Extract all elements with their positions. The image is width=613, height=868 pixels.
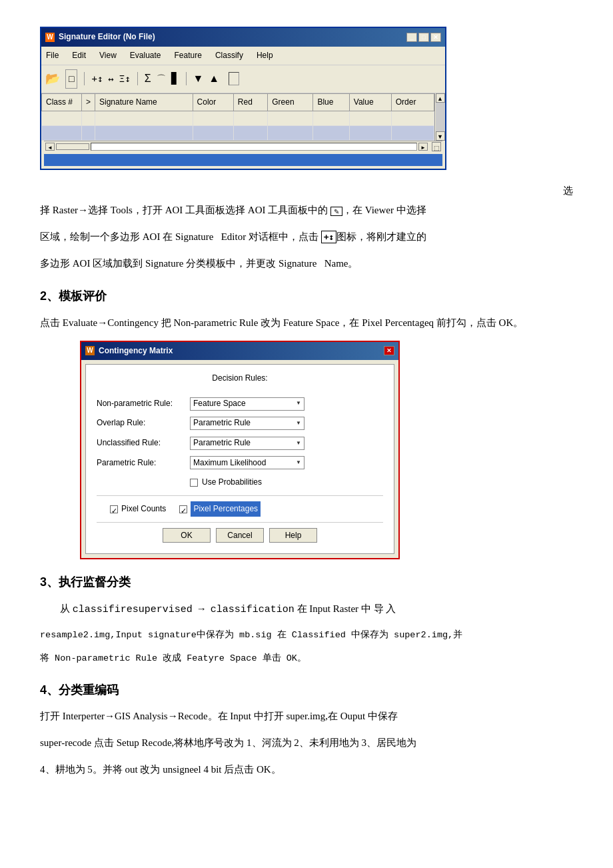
hscroll-left-btn[interactable]: ◄ bbox=[45, 143, 55, 151]
divider2 bbox=[97, 522, 383, 523]
parametric-label: Parametric Rule: bbox=[97, 456, 190, 471]
scroll-down-btn[interactable]: ▼ bbox=[436, 131, 445, 141]
section4-text2: super-recode 点击 Setup Recode,将林地序号改为 1、河… bbox=[40, 733, 573, 753]
unclassified-row: Unclassified Rule: Parametric Rule ▼ bbox=[97, 436, 383, 451]
pixel-percentages-item: Pixel Percentages bbox=[179, 501, 261, 517]
open-icon[interactable]: 📂 bbox=[45, 68, 60, 89]
contingency-close-button[interactable]: ✕ bbox=[384, 346, 394, 355]
parametric-row: Parametric Rule: Maximum Likelihood ▼ bbox=[97, 456, 383, 471]
col-header-blue: Blue bbox=[313, 93, 349, 111]
overlap-value: Parametric Rule bbox=[193, 416, 251, 431]
add-row-icon[interactable]: +↕ bbox=[91, 71, 103, 87]
chart-icon[interactable]: ▋ bbox=[171, 69, 179, 89]
menu-help[interactable]: Help bbox=[255, 48, 275, 64]
up-arrow-icon[interactable]: ▲ bbox=[209, 69, 219, 89]
parametric-value: Maximum Likelihood bbox=[193, 456, 266, 471]
hscroll-thumb[interactable] bbox=[56, 143, 89, 150]
pixel-counts-checkbox[interactable] bbox=[110, 505, 118, 513]
col-header-red: Red bbox=[233, 93, 267, 111]
new-icon[interactable]: □ bbox=[65, 69, 77, 89]
unclassified-label: Unclassified Rule: bbox=[97, 436, 190, 451]
hscroll-right-btn[interactable]: ► bbox=[418, 143, 428, 151]
maximize-button[interactable]: □ bbox=[418, 33, 429, 42]
section2-text: 点击 Evaluate→Contingency 把 Non-parametric… bbox=[40, 313, 573, 333]
button-row: OK Cancel Help bbox=[97, 528, 383, 543]
pixel-percentages-checkbox[interactable] bbox=[179, 505, 187, 513]
window-title: Signature Editor (No File) bbox=[59, 30, 155, 45]
menu-edit[interactable]: Edit bbox=[70, 48, 88, 64]
section2-heading: 2、模板评价 bbox=[40, 285, 573, 307]
menu-view[interactable]: View bbox=[97, 48, 119, 64]
pixel-counts-label: Pixel Counts bbox=[121, 502, 166, 517]
signature-editor-window: W Signature Editor (No File) _ □ ✕ File … bbox=[40, 27, 446, 170]
add-icon: +↕ bbox=[321, 231, 337, 243]
ok-button[interactable]: OK bbox=[163, 528, 211, 543]
section4-text3: 4、耕地为 5。并将 out 改为 unsigneel 4 bit 后点击 OK… bbox=[40, 759, 573, 779]
contingency-body: Decision Rules: Non-parametric Rule: Fea… bbox=[85, 364, 394, 554]
scroll-up-btn[interactable] bbox=[229, 72, 239, 85]
parametric-select[interactable]: Maximum Likelihood ▼ bbox=[190, 456, 305, 469]
aoi-icon: ✎ bbox=[330, 207, 342, 216]
use-probabilities-label: Use Probabilities bbox=[202, 475, 262, 490]
non-parametric-row: Non-parametric Rule: Feature Space ▼ bbox=[97, 397, 383, 411]
section4-text1: 打开 Interperter→GIS Analysis→Recode。在 Inp… bbox=[40, 706, 573, 726]
overlap-label: Overlap Rule: bbox=[97, 416, 190, 431]
status-bar bbox=[44, 154, 442, 166]
non-parametric-label: Non-parametric Rule: bbox=[97, 397, 190, 411]
menu-file[interactable]: File bbox=[44, 48, 61, 64]
toolbar-sep2 bbox=[137, 72, 138, 85]
toolbar: 📂 □ +↕ ↔ Ξ↕ Σ ⌒ ▋ ▼ ▲ bbox=[41, 65, 445, 93]
scroll-track bbox=[436, 103, 445, 132]
horizontal-scrollbar[interactable]: ◄ ► ⬚ bbox=[44, 141, 442, 151]
cancel-button[interactable]: Cancel bbox=[216, 528, 264, 543]
signature-editor-title-bar: W Signature Editor (No File) _ □ ✕ bbox=[41, 28, 445, 47]
merge-icon[interactable]: Ξ↕ bbox=[119, 71, 131, 87]
contingency-window-title: Contingency Matrix bbox=[99, 344, 173, 359]
table-row bbox=[42, 111, 434, 126]
unclassified-select[interactable]: Parametric Rule ▼ bbox=[190, 437, 305, 450]
sigma-icon[interactable]: Σ bbox=[145, 69, 151, 89]
section3-code1: classifiresupervised → classification bbox=[73, 604, 295, 615]
col-header-value: Value bbox=[349, 93, 391, 111]
paragraph2: 区域，绘制一个多边形 AOI 在 Signature Editor 对话框中，点… bbox=[40, 227, 573, 247]
non-parametric-select[interactable]: Feature Space ▼ bbox=[190, 397, 305, 411]
right-note: 选 bbox=[563, 182, 573, 200]
toolbar-sep3 bbox=[186, 72, 187, 85]
app-icon: W bbox=[45, 33, 55, 42]
move-icon[interactable]: ↔ bbox=[108, 71, 113, 87]
minimize-button[interactable]: _ bbox=[406, 33, 417, 42]
wave-icon[interactable]: ⌒ bbox=[157, 71, 166, 87]
col-header-color: Color bbox=[193, 93, 233, 111]
menu-feature[interactable]: Feature bbox=[173, 48, 204, 64]
vertical-scrollbar[interactable]: ▲ ▼ bbox=[434, 93, 445, 141]
pixel-options-row: Pixel Counts Pixel Percentages bbox=[110, 501, 383, 517]
section3-para2: resample2.img,Input signature中保存为 mb.sig… bbox=[40, 627, 573, 644]
use-probabilities-row: Use Probabilities bbox=[190, 475, 383, 490]
parametric-arrow: ▼ bbox=[296, 458, 301, 467]
pixel-percentages-label: Pixel Percentages bbox=[191, 501, 261, 517]
overlap-select[interactable]: Parametric Rule ▼ bbox=[190, 417, 305, 430]
hscroll-track bbox=[91, 143, 417, 151]
non-parametric-value: Feature Space bbox=[193, 397, 246, 411]
contingency-app-icon: W bbox=[85, 346, 95, 355]
menu-evaluate[interactable]: Evaluate bbox=[128, 48, 163, 64]
unclassified-value: Parametric Rule bbox=[193, 436, 251, 451]
toolbar-sep1 bbox=[84, 72, 85, 85]
section3-para3: 将 Non-parametric Rule 改成 Featyre Space 单… bbox=[40, 650, 573, 667]
down-arrow-icon[interactable]: ▼ bbox=[193, 69, 204, 89]
help-button[interactable]: Help bbox=[269, 528, 317, 543]
resize-corner[interactable]: ⬚ bbox=[432, 142, 441, 151]
divider bbox=[97, 495, 383, 496]
use-probabilities-checkbox[interactable] bbox=[190, 479, 198, 487]
window-controls[interactable]: _ □ ✕ bbox=[406, 33, 441, 42]
close-button[interactable]: ✕ bbox=[430, 33, 441, 42]
menu-classify[interactable]: Classify bbox=[213, 48, 245, 64]
non-parametric-arrow: ▼ bbox=[296, 399, 301, 408]
right-note-area: 选 bbox=[40, 182, 573, 200]
paragraph1: 择 Raster→选择 Tools，打开 AOI 工具面板选择 AOI 工具面板… bbox=[40, 200, 573, 220]
table-area: Class # > Signature Name Color Red Green… bbox=[41, 93, 445, 141]
contingency-title-bar: W Contingency Matrix ✕ bbox=[81, 342, 398, 361]
section4-heading: 4、分类重编码 bbox=[40, 679, 573, 701]
contingency-win-controls[interactable]: ✕ bbox=[384, 346, 394, 355]
scroll-up-btn[interactable]: ▲ bbox=[436, 93, 445, 103]
